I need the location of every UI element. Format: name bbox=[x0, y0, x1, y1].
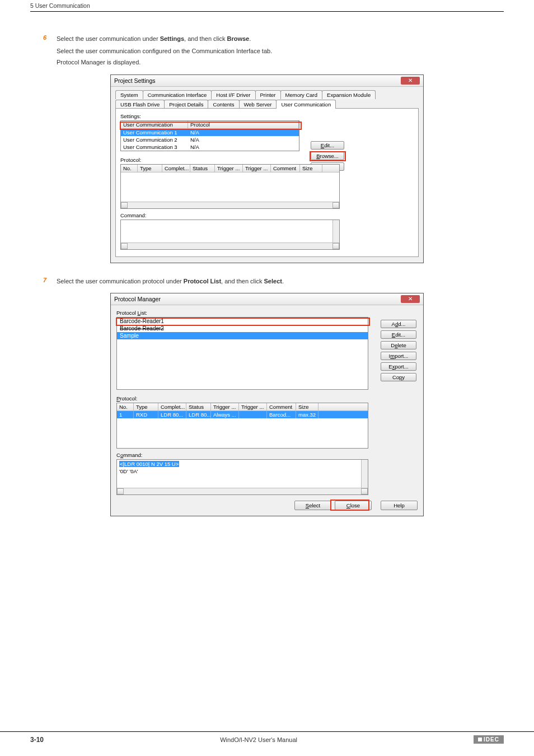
dialog-title: Project Settings bbox=[114, 77, 156, 84]
dialog-titlebar: Project Settings ✕ bbox=[111, 75, 423, 87]
settings-list[interactable]: User Communication Protocol User Communi… bbox=[120, 120, 299, 151]
edit-button[interactable]: Edit... bbox=[381, 330, 416, 339]
protocol-header: No. Type Complet... Status Trigger ... T… bbox=[117, 403, 368, 411]
protocol-row[interactable]: 1 RXD LDR 80... LDR 80... Always ... Bar… bbox=[117, 411, 368, 418]
page-number: 3-10 bbox=[30, 736, 44, 744]
list-header: User Communication Protocol bbox=[121, 121, 299, 129]
page-header: 5 User Communication bbox=[30, 0, 504, 12]
protocol-list[interactable]: Barcode-Reader1 Barcode-Reader2 Sample bbox=[116, 317, 368, 390]
list-row-3[interactable]: User Communication 3 N/A bbox=[121, 143, 299, 151]
h-scrollbar[interactable] bbox=[121, 202, 339, 208]
command-label: Command: bbox=[116, 452, 418, 458]
hdr-protocol: Protocol bbox=[188, 121, 299, 128]
close-icon[interactable]: ✕ bbox=[401, 295, 420, 303]
tab-project-details[interactable]: Project Details bbox=[164, 100, 208, 109]
edit-button[interactable]: Edit... bbox=[311, 141, 344, 150]
tab-contents[interactable]: Contents bbox=[208, 100, 239, 109]
list-row-2[interactable]: User Communication 2 N/A bbox=[121, 136, 299, 143]
add-button[interactable]: Add... bbox=[381, 320, 416, 328]
bottom-buttons: Select Close Help bbox=[116, 501, 418, 510]
dialog-titlebar: Protocol Manager ✕ bbox=[111, 293, 423, 305]
close-icon[interactable]: ✕ bbox=[401, 77, 420, 85]
list-item[interactable]: Barcode-Reader1 bbox=[117, 318, 368, 325]
protocol-table: No. Type Complet... Status Trigger ... T… bbox=[120, 164, 340, 209]
page-content: 6 Select the user communication under Se… bbox=[0, 34, 534, 516]
tab-web-server[interactable]: Web Server bbox=[239, 100, 277, 109]
tab-communication-interface[interactable]: Communication Interface bbox=[143, 90, 212, 99]
export-button[interactable]: Export... bbox=[381, 362, 416, 371]
idec-logo: IDEC bbox=[474, 735, 504, 744]
delete-button[interactable]: Delete bbox=[381, 341, 416, 349]
tab-usb-flash[interactable]: USB Flash Drive bbox=[115, 100, 165, 109]
protocol-label: Protocol: bbox=[120, 157, 414, 163]
h-scrollbar-2[interactable] bbox=[121, 242, 339, 249]
protocol-label: Protocol: bbox=[116, 395, 418, 402]
select-button[interactable]: Select bbox=[294, 501, 331, 510]
step-7: 7 Select the user communication protocol… bbox=[43, 277, 491, 287]
protocol-manager-dialog: Protocol Manager ✕ Protocol List: Barcod… bbox=[110, 293, 424, 516]
copy-button[interactable]: Copy bbox=[381, 373, 416, 381]
tabs-row-1: System Communication Interface Host I/F … bbox=[115, 89, 419, 99]
command-text: <|LDR 0010| N 2V 15 U> '0D' '0A' bbox=[117, 460, 368, 476]
dialog-title: Protocol Manager bbox=[114, 296, 161, 302]
command-box: <|LDR 0010| N 2V 15 U> '0D' '0A' bbox=[116, 459, 368, 495]
command-label: Command: bbox=[120, 212, 414, 218]
page-footer: 3-10 WindO/I-NV2 User's Manual IDEC bbox=[0, 731, 534, 744]
protocol-header: No. Type Complet... Status Trigger ... T… bbox=[121, 165, 339, 172]
browse-button[interactable]: Browse... bbox=[311, 152, 344, 160]
step-text: Select the user communication under Sett… bbox=[57, 34, 251, 44]
tabs-row-2: USB Flash Drive Project Details Contents… bbox=[115, 99, 419, 109]
import-button[interactable]: Import... bbox=[381, 352, 416, 360]
h-scrollbar[interactable] bbox=[117, 488, 368, 494]
tab-system[interactable]: System bbox=[115, 90, 143, 99]
tab-user-communication[interactable]: User Communication bbox=[276, 100, 336, 109]
help-button[interactable]: Help bbox=[381, 501, 418, 510]
section-title: 5 User Communication bbox=[30, 2, 90, 9]
protocol-table: No. Type Complet... Status Trigger ... T… bbox=[116, 403, 368, 449]
step-6: 6 Select the user communication under Se… bbox=[43, 34, 491, 44]
command-box bbox=[120, 220, 340, 250]
tab-host-if-driver[interactable]: Host I/F Driver bbox=[211, 90, 255, 99]
list-item[interactable]: Sample bbox=[117, 332, 368, 339]
hdr-user-communication: User Communication bbox=[121, 121, 188, 128]
step-number: 7 bbox=[43, 277, 57, 287]
step-text: Select the user communication protocol u… bbox=[57, 277, 284, 287]
manual-title: WindO/I-NV2 User's Manual bbox=[220, 736, 297, 743]
tab-expansion-module[interactable]: Expansion Module bbox=[322, 90, 376, 99]
step-6-sub1: Select the user communication configured… bbox=[57, 46, 491, 57]
list-row-1[interactable]: User Communication 1 N/A bbox=[121, 129, 299, 136]
project-settings-dialog: Project Settings ✕ System Communication … bbox=[110, 74, 424, 263]
close-button[interactable]: Close bbox=[335, 501, 372, 510]
tab-printer[interactable]: Printer bbox=[255, 90, 281, 99]
step-number: 6 bbox=[43, 34, 57, 44]
settings-label: Settings: bbox=[120, 113, 414, 119]
tab-memory-card[interactable]: Memory Card bbox=[280, 90, 323, 99]
list-item[interactable]: Barcode-Reader2 bbox=[117, 325, 368, 332]
protocol-manager-buttons: Add... Edit... Delete Import... Export..… bbox=[381, 320, 416, 381]
protocol-list-label: Protocol List: bbox=[116, 310, 418, 316]
step-6-sub2: Protocol Manager is displayed. bbox=[57, 58, 491, 68]
